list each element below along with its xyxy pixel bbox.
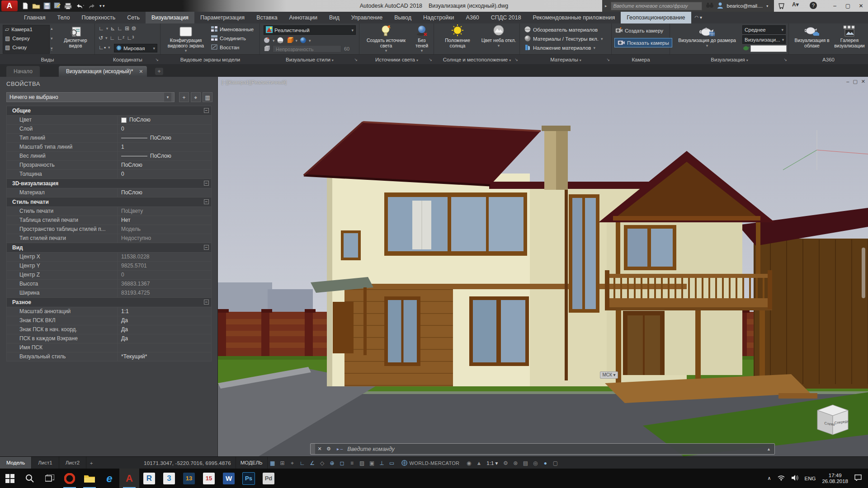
clock[interactable]: 17:49 26.08.2018 <box>822 473 848 484</box>
tab-layout2[interactable]: Лист2 <box>59 457 86 469</box>
prop-row[interactable]: Знак ПСК ВКЛДа <box>6 316 212 325</box>
otrack-icon[interactable]: ⊕ <box>327 460 337 466</box>
tab-annotatsii[interactable]: Аннотации <box>283 12 323 23</box>
polar-icon[interactable]: ∠ <box>307 460 317 466</box>
prop-row[interactable]: Стиль печатиПоЦвету <box>6 206 212 216</box>
section-3d-visualization[interactable]: 3D-визуализация− <box>6 178 212 188</box>
start-button[interactable] <box>0 469 20 488</box>
account-name[interactable]: bearico@mail.... <box>727 3 763 9</box>
view-list-more-icon[interactable]: ▾̱ <box>51 46 53 51</box>
vp-close-icon[interactable]: ✕ <box>861 79 865 84</box>
viewport-config-button[interactable]: Конфигурация видового экрана▾ <box>164 25 208 54</box>
render-target-dropdown[interactable]: Визуализаци...▾ <box>742 35 786 44</box>
model-space-button[interactable]: МОДЕЛЬ <box>236 457 268 469</box>
opacity-slider[interactable]: Непрозрачность <box>273 45 341 52</box>
panel-launcher-icon[interactable]: ↘ <box>783 55 787 65</box>
prop-row[interactable]: Слой0 <box>6 124 212 133</box>
material-browser-button[interactable]: Обозреватель материалов <box>524 26 598 33</box>
command-prompt-text[interactable]: Введите команду <box>347 446 394 452</box>
snap-icon[interactable]: ⊞ <box>278 460 288 466</box>
material-mapping-button[interactable]: Наложение материалов▾ <box>524 44 595 52</box>
taskbar-app-opera[interactable] <box>60 469 80 488</box>
lighting-arrow-icon[interactable]: ▾ <box>309 38 311 43</box>
taskbar-app-edge[interactable]: e <box>99 469 119 488</box>
section-misc[interactable]: Разное− <box>6 297 212 307</box>
annot-visibility-icon[interactable]: ◉ <box>464 460 474 466</box>
prop-row[interactable]: Высота36883.1367 <box>6 279 212 288</box>
file-tab-active[interactable]: Визуализация (исходный)*✕ <box>59 66 147 77</box>
ortho-icon[interactable]: ∟ <box>297 460 307 466</box>
panel-launcher-icon[interactable]: ↘ <box>606 55 610 65</box>
prop-row[interactable]: Центр Z0 <box>6 270 212 279</box>
tab-a360[interactable]: A360 <box>460 12 485 23</box>
grid-icon[interactable]: ▦ <box>268 460 278 466</box>
command-customize-icon[interactable]: ⚙ <box>324 446 333 452</box>
autoscale-icon[interactable]: ▲ <box>474 460 484 466</box>
collapse-icon[interactable]: − <box>204 199 209 204</box>
texture-arrow-icon[interactable]: ▾ <box>296 38 298 43</box>
ucs-badge[interactable]: МСК ▾ <box>600 371 618 379</box>
ucs-world-dropdown[interactable]: Мировая▾ <box>114 44 157 52</box>
caption-sun-location[interactable]: Солнце и местоположение▾↘ <box>434 55 520 65</box>
infer-icon[interactable]: ⌖ <box>288 460 297 466</box>
account-dropdown-icon[interactable]: ▾ <box>766 4 768 8</box>
viewport-canvas[interactable] <box>218 77 868 456</box>
viewcube[interactable]: Слева Спереди <box>809 400 853 439</box>
prop-row[interactable]: ПрозрачностьПоСлою <box>6 160 212 169</box>
panel-launcher-icon[interactable]: ↘ <box>354 55 358 65</box>
tab-recommended-apps[interactable]: Рекомендованные приложения <box>527 12 621 23</box>
language-indicator[interactable]: ENG <box>805 476 816 481</box>
tray-expand-icon[interactable]: ∧ <box>767 475 771 481</box>
prop-row[interactable]: Вес линийПоСлою <box>6 151 212 160</box>
dyninput-icon[interactable]: ▭ <box>387 460 397 466</box>
view-manager-button[interactable]: Диспетчер видов <box>58 25 93 48</box>
minimize-icon[interactable]: – <box>828 0 841 12</box>
command-line[interactable]: ✕ ⚙ ▸ – Введите команду ▲ <box>310 443 775 455</box>
sky-color-button[interactable]: Цвет неба откл.▾ <box>479 25 518 48</box>
tab-upravlenie[interactable]: Управление <box>345 12 389 23</box>
prop-row[interactable]: Масштаб типа линий1 <box>6 142 212 151</box>
help-search-input[interactable] <box>611 2 702 10</box>
transparency-icon[interactable]: ▨ <box>357 460 367 466</box>
gis-coordinate-system[interactable]: WORLD-MERCATOR <box>397 460 464 466</box>
tab-geopositioning[interactable]: Геопозиционирование <box>621 12 691 23</box>
ucs-plane-icon[interactable]: ∟▪▾ <box>99 44 110 51</box>
visual-style-dropdown[interactable]: Реалистичный▾ <box>264 25 356 35</box>
tab-vstavka[interactable]: Вставка <box>250 12 283 23</box>
prop-row[interactable]: ЦветПоСлою <box>6 115 212 124</box>
render-quality-dropdown[interactable]: Среднее▾ <box>742 25 786 34</box>
tab-model[interactable]: Модель <box>0 457 32 469</box>
view-list-down-icon[interactable]: ▾ <box>51 36 53 41</box>
taskbar-app-revit[interactable]: R <box>139 469 159 488</box>
tab-vid[interactable]: Вид <box>323 12 345 23</box>
prop-row[interactable]: ПСК в каждом ВэкранеДа <box>6 334 212 343</box>
osnap-icon[interactable]: ◻ <box>337 460 347 466</box>
autodesk-a-icon[interactable]: А▾ <box>792 1 799 8</box>
network-icon[interactable] <box>778 475 785 482</box>
annot-monitor-icon[interactable]: ⊛ <box>510 460 520 466</box>
isolate-icon[interactable]: ◎ <box>530 460 540 466</box>
tab-layout1[interactable]: Лист1 <box>32 457 59 469</box>
vp-minimize-icon[interactable]: ‒ <box>846 79 849 84</box>
prop-row[interactable]: Тип линийПоСлою <box>6 133 212 142</box>
caption-materials[interactable]: Материалы▾↘ <box>520 55 612 65</box>
prop-row[interactable]: Масштаб аннотаций1:1 <box>6 307 212 316</box>
taskbar-app-word[interactable]: W <box>219 469 239 488</box>
navigation-bar[interactable] <box>862 248 865 298</box>
lighting-sphere-icon[interactable] <box>300 37 307 44</box>
create-light-button[interactable]: Создать источник света▾ <box>362 25 410 54</box>
collapse-icon[interactable]: − <box>204 108 209 113</box>
cleanscreen-icon[interactable]: ▢ <box>550 460 560 466</box>
cycling-icon[interactable]: ▣ <box>367 460 377 466</box>
caption-model-viewports[interactable]: Видовые экраны модели <box>160 55 260 65</box>
shade-sphere-icon[interactable] <box>277 37 284 44</box>
panel-launcher-icon[interactable]: ↘ <box>429 55 432 65</box>
maximize-icon[interactable]: ▢ <box>841 0 854 12</box>
quick-select-icon[interactable]: ▥ <box>203 92 212 102</box>
prop-row[interactable]: Центр X11538.0228 <box>6 252 212 261</box>
render-in-cloud-button[interactable]: Визуализация в облаке <box>793 25 831 48</box>
taskbar-app-explorer[interactable] <box>80 469 99 488</box>
dynucs-icon[interactable]: ⊥ <box>377 460 387 466</box>
panel-launcher-icon[interactable]: ↘ <box>155 55 159 65</box>
vp-restore-icon[interactable]: ▢ <box>853 79 857 84</box>
